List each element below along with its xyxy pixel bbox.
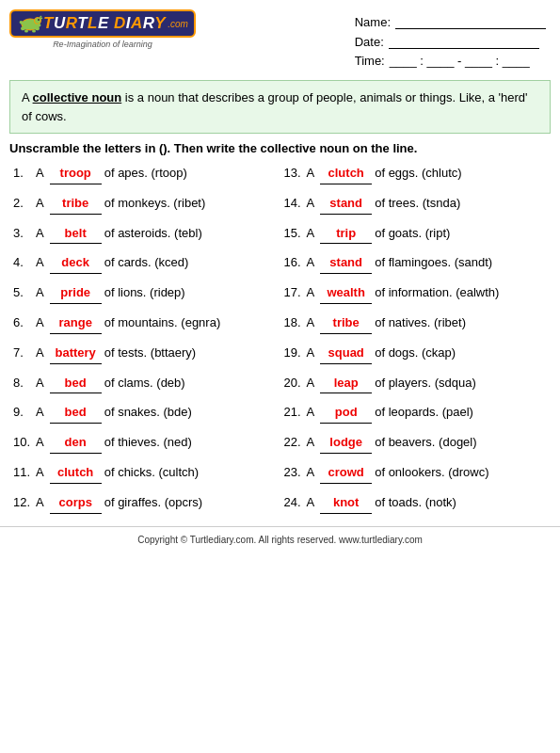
answer-field: tribe [320,313,372,334]
answer-field: stand [320,253,372,274]
time-label: Time: [355,54,385,68]
logo-tagline: Re-Imagination of learning [53,40,152,49]
answer-field: bed [50,403,102,424]
question-text: of natives. (ribet) [375,313,466,333]
date-label: Date: [355,35,384,49]
question-text: of leopards. (pael) [375,403,473,423]
name-input[interactable] [395,14,546,29]
name-label: Name: [355,15,391,29]
question-a: A [36,433,44,453]
question-a: A [36,313,44,333]
list-item: 15.Atripof goats. (ript) [280,219,552,249]
definition-box: A collective noun is a noun that describ… [9,80,551,134]
question-a: A [36,463,44,483]
list-item: 4.Adeckof cards. (kced) [9,248,280,279]
list-item: 22.Alodgeof beavers. (dogel) [280,428,552,458]
left-column: 1.Atroopof apes. (rtoop)2.Atribeof monke… [9,159,280,519]
question-text: of thieves. (ned) [104,433,192,453]
question-a: A [307,344,315,363]
question-text: of goats. (ript) [375,224,450,244]
name-row: Name: [355,14,546,29]
answer-field: belt [50,224,102,245]
date-row: Date: [355,34,546,49]
question-text: of dogs. (ckap) [375,344,456,363]
question-number: 1. [13,164,36,184]
answer-field: tribe [50,194,102,215]
answer-field: corps [50,493,102,514]
list-item: 10.Adenof thieves. (ned) [9,428,280,458]
right-column: 13.Aclutchof eggs. (chlutc)14.Astandof t… [280,159,552,519]
question-a: A [307,403,315,423]
answer-field: squad [320,344,372,364]
question-a: A [307,283,315,303]
logo-area: TURTLE DIARY .com Re-Imagination of lear… [9,9,196,68]
answer-field: stand [320,194,372,215]
question-a: A [307,164,315,184]
svg-line-9 [40,18,42,19]
question-a: A [36,194,44,214]
question-text: of apes. (rtoop) [104,164,187,184]
answer-field: clutch [50,463,102,484]
svg-point-6 [24,30,28,33]
list-item: 3.Abeltof asteroids. (tebl) [9,219,280,249]
question-a: A [307,224,315,244]
list-item: 6.Arangeof mountains. (egnra) [9,309,280,339]
list-item: 5.Aprideof lions. (ridep) [9,279,280,309]
question-a: A [36,374,44,393]
question-text: of onlookers. (drowc) [375,463,488,483]
time-value: ____ : ____ - ____ : ____ [390,54,530,68]
question-a: A [36,224,44,244]
logo-box: TURTLE DIARY .com [9,9,196,38]
question-text: of chicks. (cultch) [104,463,199,483]
list-item: 8.Abedof clams. (deb) [9,369,280,399]
list-item: 12.Acorpsof giraffes. (opcrs) [9,489,280,519]
answer-field: den [50,433,102,454]
question-a: A [307,253,315,273]
def-bold-term: collective noun [33,90,122,104]
question-number: 2. [13,194,36,214]
question-text: of players. (sdqua) [375,374,476,393]
svg-point-7 [32,30,36,33]
question-text: of snakes. (bde) [104,403,192,423]
answer-field: troop [50,164,102,184]
question-number: 22. [284,433,307,453]
question-a: A [307,433,315,453]
question-number: 14. [284,194,307,214]
question-number: 18. [284,313,307,333]
question-a: A [36,164,44,184]
list-item: 24.Aknotof toads. (notk) [280,489,552,519]
list-item: 23.Acrowdof onlookers. (drowc) [280,458,552,489]
question-number: 8. [13,374,36,393]
time-row: Time: ____ : ____ - ____ : ____ [355,54,546,68]
question-number: 16. [284,253,307,273]
list-item: 20.Aleapof players. (sdqua) [280,369,552,399]
answer-field: bed [50,374,102,394]
question-text: of information. (ealwth) [375,283,499,303]
question-text: of lions. (ridep) [104,283,185,303]
answer-field: pride [50,283,102,304]
question-number: 21. [284,403,307,423]
question-number: 24. [284,493,307,513]
question-number: 20. [284,374,307,393]
logo-com: .com [168,19,188,29]
question-number: 11. [13,463,36,483]
question-a: A [36,493,44,513]
question-text: of monkeys. (ribet) [104,194,206,214]
question-text: of asteroids. (tebl) [104,224,202,244]
question-text: of beavers. (dogel) [375,433,476,453]
instructions: Unscramble the letters in (). Then write… [9,141,551,155]
turtle-icon [17,13,43,34]
date-input[interactable] [389,34,539,49]
question-number: 13. [284,164,307,184]
answer-field: leap [320,374,372,394]
svg-point-1 [35,18,41,24]
question-number: 19. [284,344,307,363]
question-number: 4. [13,253,36,273]
svg-point-10 [38,19,40,21]
question-number: 23. [284,463,307,483]
question-a: A [36,253,44,273]
question-text: of flamingoes. (sandt) [375,253,492,273]
question-number: 6. [13,313,36,333]
list-item: 13.Aclutchof eggs. (chlutc) [280,159,552,189]
answer-field: battery [50,344,102,364]
